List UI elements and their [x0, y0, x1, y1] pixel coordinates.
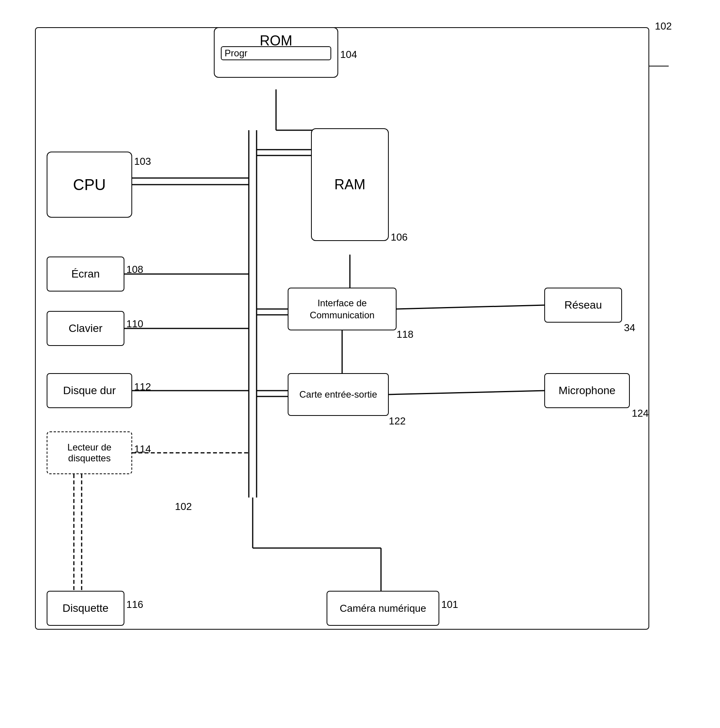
camera-label: Caméra numérique [340, 602, 426, 615]
carte-label: Carte entrée-sortie [298, 387, 379, 402]
label-124: 124 [632, 407, 648, 419]
label-104: 104 [340, 49, 357, 61]
reseau-block: Réseau [544, 288, 622, 323]
label-108: 108 [126, 264, 143, 276]
rom-block: ROM Progr [214, 27, 338, 78]
label-34: 34 [624, 322, 635, 334]
label-100: 102 [655, 20, 672, 32]
reseau-label: Réseau [564, 299, 602, 311]
label-106: 106 [391, 231, 407, 243]
ecran-block: Écran [47, 257, 124, 292]
label-122: 122 [389, 415, 405, 427]
label-110: 110 [126, 318, 143, 330]
ram-label: RAM [334, 176, 365, 193]
clavier-block: Clavier [47, 311, 124, 346]
label-114: 114 [134, 443, 151, 455]
disquette-block: Disquette [47, 591, 124, 626]
label-116: 116 [126, 599, 143, 611]
label-103: 103 [134, 155, 151, 168]
ram-block: RAM [311, 128, 389, 241]
rom-label: ROM [260, 33, 292, 49]
ecran-label: Écran [71, 268, 100, 280]
label-112: 112 [134, 381, 151, 393]
microphone-block: Microphone [544, 373, 630, 408]
label-101: 101 [441, 599, 458, 611]
label-102: 102 [175, 501, 192, 513]
microphone-label: Microphone [559, 384, 615, 397]
diagram-container: 102 ROM Progr 104 CPU 103 RAM 106 Écran … [23, 16, 696, 715]
disque-dur-block: Disque dur [47, 373, 132, 408]
cpu-label: CPU [73, 176, 106, 194]
lecteur-block: Lecteur de disquettes [47, 431, 132, 474]
clavier-label: Clavier [68, 322, 102, 335]
label-118: 118 [397, 328, 413, 340]
interface-block: Interface de Communication [288, 288, 397, 330]
interface-label: Interface de Communication [288, 295, 396, 323]
disque-dur-label: Disque dur [63, 384, 115, 397]
cpu-block: CPU [47, 152, 132, 218]
disquette-label: Disquette [63, 602, 108, 615]
carte-block: Carte entrée-sortie [288, 373, 389, 416]
lecteur-label: Lecteur de disquettes [47, 440, 131, 465]
camera-block: Caméra numérique [327, 591, 439, 626]
